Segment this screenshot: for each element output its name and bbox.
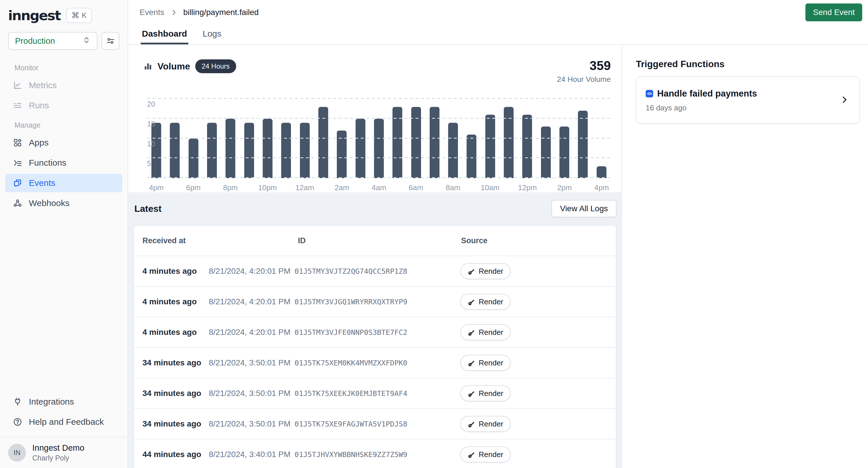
table-row[interactable]: 44 minutes ago8/21/2024, 3:40:01 PM01J5T… xyxy=(134,439,616,468)
gridline-0 xyxy=(147,177,611,178)
source-render-button[interactable]: Render xyxy=(460,324,511,340)
volume-bar xyxy=(504,107,514,178)
x-tick-label: 6am xyxy=(407,183,425,192)
table-row[interactable]: 34 minutes ago8/21/2024, 3:50:01 PM01J5T… xyxy=(134,378,616,408)
x-tick-label xyxy=(277,183,295,192)
source-label: Render xyxy=(479,359,503,367)
environment-select[interactable]: Production xyxy=(8,32,97,50)
x-tick-label xyxy=(240,183,258,192)
bar-slot-6am xyxy=(407,99,425,178)
sidebar-spacer xyxy=(5,214,122,393)
event-id: 01J5TK75XE9FAGJWTA5V1PDJS8 xyxy=(294,420,407,428)
table-row[interactable]: 4 minutes ago8/21/2024, 4:20:01 PM01J5TM… xyxy=(134,317,616,347)
source-render-button[interactable]: Render xyxy=(460,446,511,463)
source-label: Render xyxy=(479,389,503,398)
user-menu[interactable]: IN Inngest Demo Charly Poly xyxy=(0,437,127,468)
sidebar-item-integrations[interactable]: Integrations xyxy=(5,393,122,411)
source-cell: Render xyxy=(460,385,616,401)
tab-logs[interactable]: Logs xyxy=(202,25,223,44)
sidebar-nav: Monitor Metrics Runs xyxy=(0,54,127,393)
command-icon: ⌘ xyxy=(71,11,80,20)
event-id: 01J5TJHVXYWBBNHSKE9ZZ7Z5W9 xyxy=(294,450,407,459)
sidebar-item-functions[interactable]: Functions xyxy=(5,154,122,172)
x-tick-label xyxy=(425,183,444,192)
x-tick-label: 12am xyxy=(295,183,314,192)
x-tick-label xyxy=(462,183,481,192)
x-tick-label xyxy=(165,183,184,192)
sidebar-item-events[interactable]: Events xyxy=(5,174,122,192)
sidebar-item-runs[interactable]: Runs xyxy=(5,96,122,115)
sidebar-item-label: Runs xyxy=(29,101,49,110)
volume-bar xyxy=(318,107,328,178)
table-row[interactable]: 4 minutes ago8/21/2024, 4:20:01 PM01J5TM… xyxy=(134,286,616,317)
plug-icon xyxy=(13,397,23,407)
gridline-10 xyxy=(147,138,611,139)
table-row[interactable]: 34 minutes ago8/21/2024, 3:50:01 PM01J5T… xyxy=(134,408,616,439)
received-at-relative: 4 minutes ago xyxy=(143,297,209,306)
sidebar-item-webhooks[interactable]: Webhooks xyxy=(5,194,122,212)
volume-bar xyxy=(300,123,310,178)
x-tick-label: 4am xyxy=(370,183,388,192)
sidebar-item-metrics[interactable]: Metrics xyxy=(5,76,122,95)
environment-filter-button[interactable] xyxy=(101,32,119,50)
function-last-run: 16 days ago xyxy=(646,103,848,112)
bar-slot-10pm xyxy=(258,99,277,178)
triggered-functions-panel: Triggered Functions <> Handle failed pay… xyxy=(622,45,868,468)
table-row[interactable]: 4 minutes ago8/21/2024, 4:20:01 PM01J5TM… xyxy=(134,256,616,286)
section-label-monitor: Monitor xyxy=(5,59,122,76)
bar-slot-1am xyxy=(314,99,333,178)
x-tick-label: 4pm xyxy=(592,183,611,192)
sidebar-footer: Integrations Help and Feedback xyxy=(0,393,127,437)
breadcrumb-events-link[interactable]: Events xyxy=(140,8,164,17)
source-render-button[interactable]: Render xyxy=(460,263,511,279)
bar-slot-9am xyxy=(462,99,481,178)
inngest-logo[interactable]: inngest xyxy=(8,7,61,23)
source-render-button[interactable]: Render xyxy=(460,385,511,401)
key-icon xyxy=(468,298,475,305)
x-tick-label xyxy=(537,183,555,192)
user-info: Inngest Demo Charly Poly xyxy=(32,443,85,462)
volume-bar xyxy=(244,123,254,178)
topbar: Events billing/payment.failed Send Event xyxy=(128,0,868,25)
sidebar-item-apps[interactable]: Apps xyxy=(5,133,122,152)
range-badge[interactable]: 24 Hours xyxy=(195,59,236,73)
table-row[interactable]: 34 minutes ago8/21/2024, 3:50:01 PM01J5T… xyxy=(134,347,616,378)
events-table: Received at ID Source 4 minutes ago8/21/… xyxy=(133,225,617,468)
apps-icon xyxy=(13,138,23,147)
volume-bar xyxy=(393,107,402,178)
sidebar-item-label: Help and Feedback xyxy=(29,417,104,427)
source-cell: Render xyxy=(460,355,616,371)
source-render-button[interactable]: Render xyxy=(460,416,511,432)
source-render-button[interactable]: Render xyxy=(460,294,511,310)
function-name: Handle failed payments xyxy=(657,89,757,99)
function-card[interactable]: <> Handle failed payments 16 days ago xyxy=(636,76,860,124)
received-at-timestamp: 8/21/2024, 3:50:01 PM xyxy=(209,358,290,367)
volume-bar xyxy=(225,119,235,178)
source-label: Render xyxy=(479,328,503,337)
view-all-logs-button[interactable]: View All Logs xyxy=(551,200,617,217)
y-tick-label: 20 xyxy=(147,100,160,109)
chevron-right-icon xyxy=(840,95,849,105)
volume-bar xyxy=(448,123,458,178)
bar-slot-8am xyxy=(444,99,462,178)
column-header-source: Source xyxy=(461,236,616,245)
user-name: Charly Poly xyxy=(32,454,85,462)
bar-slot-5pm xyxy=(165,99,184,178)
sidebar: inngest ⌘ K Production xyxy=(0,0,128,468)
send-event-button[interactable]: Send Event xyxy=(805,3,862,21)
metrics-icon xyxy=(13,80,23,90)
tab-dashboard[interactable]: Dashboard xyxy=(141,25,188,44)
source-render-button[interactable]: Render xyxy=(460,355,511,371)
command-palette-shortcut[interactable]: ⌘ K xyxy=(66,8,92,23)
y-tick-label: 10 xyxy=(147,140,160,148)
functions-icon xyxy=(13,158,23,168)
sidebar-item-label: Metrics xyxy=(29,80,57,90)
sidebar-item-help[interactable]: Help and Feedback xyxy=(5,413,122,431)
y-tick-label: 5 xyxy=(147,159,160,168)
sidebar-item-label: Apps xyxy=(29,138,49,147)
bar-slot-4am xyxy=(370,99,388,178)
chevrons-up-down-icon xyxy=(83,36,91,46)
volume-chart-plot: 5101520 xyxy=(147,99,611,178)
x-tick-label: 10am xyxy=(481,183,499,192)
bar-slot-9pm xyxy=(240,99,258,178)
